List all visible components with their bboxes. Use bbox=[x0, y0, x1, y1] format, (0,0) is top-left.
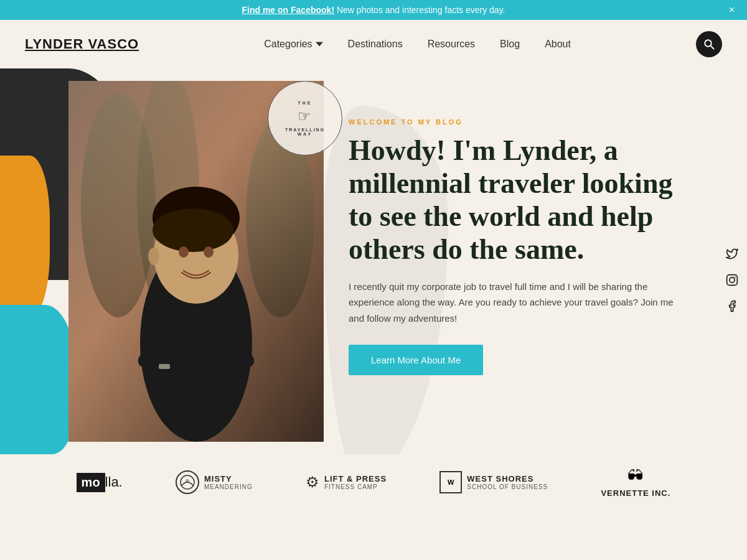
instagram-button[interactable] bbox=[722, 270, 742, 290]
facebook-button[interactable] bbox=[722, 296, 742, 316]
svg-point-21 bbox=[735, 276, 736, 278]
svg-point-18 bbox=[186, 479, 189, 483]
hero-heading: Howdy! I'm Lynder, a millennial traveler… bbox=[349, 134, 685, 266]
banner-link[interactable]: Find me on Facebook! bbox=[242, 5, 334, 15]
svg-point-14 bbox=[204, 246, 214, 258]
sponsors-bar: mo lla. MISTY MEANDERING ⚙ LIFT & PRESS … bbox=[0, 454, 747, 510]
lift-icon: ⚙ bbox=[306, 474, 319, 491]
nav-link-about[interactable]: About bbox=[545, 39, 571, 49]
svg-rect-16 bbox=[159, 364, 170, 369]
svg-point-13 bbox=[179, 246, 189, 258]
nav-item-destinations[interactable]: Destinations bbox=[348, 39, 403, 50]
svg-point-12 bbox=[153, 208, 233, 252]
sponsor-lift: ⚙ LIFT & PRESS FITNESS CAMP bbox=[306, 474, 387, 491]
twitter-icon bbox=[726, 248, 738, 260]
search-icon bbox=[703, 39, 715, 50]
svg-rect-19 bbox=[727, 275, 738, 286]
sponsor-molla: mo lla. bbox=[77, 473, 123, 492]
banner-close-button[interactable]: × bbox=[729, 4, 735, 16]
hero-body-text: I recently quit my corporate job to trav… bbox=[349, 279, 685, 327]
welcome-label: WELCOME TO MY BLOG bbox=[349, 118, 685, 126]
nav-link-destinations[interactable]: Destinations bbox=[348, 39, 403, 49]
facebook-icon bbox=[726, 300, 738, 312]
sponsor-misty: MISTY MEANDERING bbox=[176, 470, 253, 494]
hero-shape-teal bbox=[0, 305, 75, 454]
vernette-glasses-icon: 🕶 bbox=[627, 467, 644, 486]
social-sidebar bbox=[717, 238, 747, 322]
search-button[interactable] bbox=[696, 31, 722, 57]
sponsor-west: W WEST SHORES SCHOOL OF BUSINESS bbox=[439, 471, 548, 493]
chevron-down-icon bbox=[316, 40, 323, 48]
banner-text: Find me on Facebook! New photos and inte… bbox=[242, 5, 505, 15]
nav-links: Categories Destinations Resources Blog A… bbox=[264, 39, 571, 50]
top-banner: Find me on Facebook! New photos and inte… bbox=[0, 0, 747, 20]
navbar: LYNDER VASCO Categories Destinations Res… bbox=[0, 20, 747, 68]
nav-link-categories[interactable]: Categories bbox=[264, 39, 322, 50]
hero-section: THE ☞ TRAVELLING WAY WELCOME TO MY BLOG … bbox=[0, 68, 747, 454]
instagram-icon bbox=[726, 274, 738, 286]
svg-line-1 bbox=[711, 46, 714, 49]
svg-point-20 bbox=[730, 278, 735, 282]
nav-item-blog[interactable]: Blog bbox=[500, 39, 520, 50]
hero-shape-orange bbox=[0, 156, 50, 317]
learn-more-button[interactable]: Learn More About Me bbox=[349, 345, 483, 375]
nav-item-about[interactable]: About bbox=[545, 39, 571, 50]
west-badge-icon: W bbox=[439, 471, 462, 493]
nav-link-blog[interactable]: Blog bbox=[500, 39, 520, 49]
twitter-button[interactable] bbox=[722, 244, 742, 264]
nav-link-resources[interactable]: Resources bbox=[428, 39, 475, 49]
nav-item-resources[interactable]: Resources bbox=[428, 39, 475, 50]
misty-logo-icon bbox=[179, 474, 195, 490]
badge-content: THE ☞ TRAVELLING WAY bbox=[285, 101, 325, 136]
svg-point-15 bbox=[148, 248, 159, 265]
circle-badge: THE ☞ TRAVELLING WAY bbox=[268, 81, 342, 156]
sponsor-vernette: 🕶 VERNETTE INC. bbox=[601, 467, 670, 498]
nav-item-categories[interactable]: Categories bbox=[264, 39, 322, 50]
site-logo[interactable]: LYNDER VASCO bbox=[25, 36, 139, 52]
molla-logo: mo lla. bbox=[77, 473, 123, 492]
hero-text-block: WELCOME TO MY BLOG Howdy! I'm Lynder, a … bbox=[349, 118, 685, 375]
